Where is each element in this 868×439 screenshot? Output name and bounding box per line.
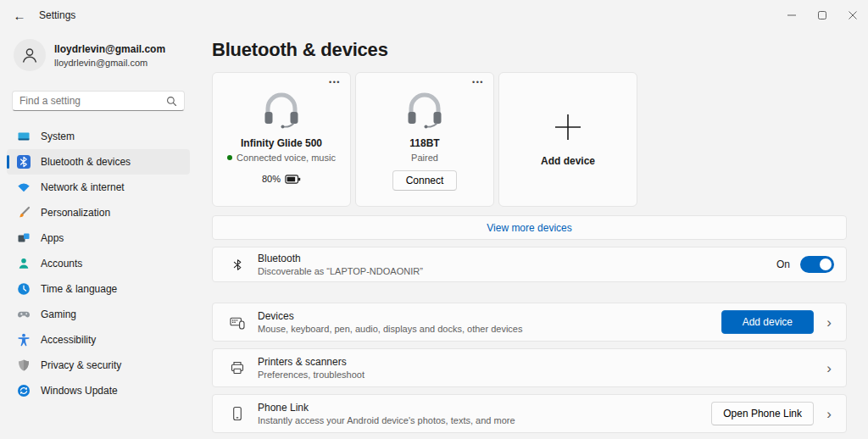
sidebar-item-personalization[interactable]: Personalization xyxy=(7,200,190,225)
sidebar-item-label: Time & language xyxy=(41,283,117,295)
sidebar-item-label: Network & internet xyxy=(41,181,125,193)
add-device-button[interactable]: Add device xyxy=(721,310,814,334)
sidebar-item-label: Bluetooth & devices xyxy=(41,156,131,168)
bluetooth-toggle[interactable] xyxy=(800,256,834,273)
bluetooth-row-right: On xyxy=(776,256,834,273)
avatar xyxy=(14,39,46,71)
devices-row-text: Devices Mouse, keyboard, pen, audio, dis… xyxy=(258,310,522,334)
device-card-118bt: ••• 118BT Paired Connect xyxy=(355,72,494,207)
printers-scanners-row[interactable]: Printers & scanners Preferences, trouble… xyxy=(212,348,847,387)
device-card-infinity-glide: ••• Infinity Glide 500 Connected voice, … xyxy=(212,72,351,207)
bluetooth-toggle-row: Bluetooth Discoverable as “LAPTOP-NDOAON… xyxy=(212,247,847,282)
sidebar-item-bluetooth-devices[interactable]: Bluetooth & devices xyxy=(7,149,190,175)
sidebar-item-privacy-security[interactable]: Privacy & security xyxy=(7,353,190,378)
add-device-label: Add device xyxy=(541,155,595,167)
devices-row-subtitle: Mouse, keyboard, pen, audio, displays an… xyxy=(258,324,522,334)
phone-link-row-subtitle: Instantly access your Android device's p… xyxy=(258,415,515,425)
phone-link-row[interactable]: Phone Link Instantly access your Android… xyxy=(212,394,847,433)
toggle-state-label: On xyxy=(776,258,790,270)
accounts-icon xyxy=(17,257,31,270)
view-more-bar: View more devices xyxy=(212,215,847,240)
sidebar-item-accessibility[interactable]: Accessibility xyxy=(7,327,190,353)
devices-icon xyxy=(230,314,245,330)
bluetooth-glyph-icon xyxy=(230,258,245,271)
close-icon xyxy=(849,11,857,19)
device-name: 118BT xyxy=(409,137,439,149)
sidebar-item-gaming[interactable]: Gaming xyxy=(7,302,190,327)
add-device-card[interactable]: Add device xyxy=(498,72,637,207)
plus-icon xyxy=(553,112,583,142)
maximize-icon xyxy=(818,11,826,19)
connected-status-dot xyxy=(227,155,232,160)
device-status: Connected voice, music xyxy=(227,153,336,163)
battery-icon xyxy=(285,175,301,184)
sidebar: lloydrlevin@gmail.com lloydrlevin@gmail.… xyxy=(0,31,197,439)
sidebar-item-label: Accounts xyxy=(41,258,82,270)
chevron-right-icon: › xyxy=(824,315,834,330)
apps-icon xyxy=(17,231,31,245)
windows-update-icon xyxy=(17,384,31,397)
device-name: Infinity Glide 500 xyxy=(241,137,322,149)
chevron-right-icon: › xyxy=(824,407,834,421)
open-phone-link-button[interactable]: Open Phone Link xyxy=(711,402,814,425)
phone-link-row-title: Phone Link xyxy=(258,402,515,414)
sidebar-item-accounts[interactable]: Accounts xyxy=(7,251,190,276)
phone-link-row-right: Open Phone Link › xyxy=(711,402,834,425)
network-icon xyxy=(17,181,31,194)
sidebar-nav: System Bluetooth & devices Network & int… xyxy=(0,124,197,403)
window-title: Settings xyxy=(39,9,75,21)
privacy-security-icon xyxy=(17,358,31,372)
view-more-devices-link[interactable]: View more devices xyxy=(487,222,572,234)
headset-icon xyxy=(404,92,445,131)
more-options-icon[interactable]: ••• xyxy=(470,75,487,89)
main-content: Bluetooth & devices ••• Infinity Glide 5… xyxy=(212,31,847,433)
sidebar-item-time-language[interactable]: Time & language xyxy=(7,276,190,302)
back-button[interactable]: ← xyxy=(7,4,32,26)
time-language-icon xyxy=(17,282,31,296)
device-cards-row: ••• Infinity Glide 500 Connected voice, … xyxy=(212,72,847,207)
devices-row-right: Add device › xyxy=(721,310,834,334)
toggle-knob xyxy=(820,258,832,270)
sidebar-item-system[interactable]: System xyxy=(7,124,190,149)
phone-link-row-text: Phone Link Instantly access your Android… xyxy=(258,402,515,425)
maximize-button[interactable] xyxy=(807,0,837,31)
profile[interactable]: lloydrlevin@gmail.com lloydrlevin@gmail.… xyxy=(14,39,186,71)
minimize-button[interactable] xyxy=(776,0,807,31)
system-icon xyxy=(17,130,31,143)
profile-name: lloydrlevin@gmail.com xyxy=(54,43,165,55)
device-status-text: Connected voice, music xyxy=(236,153,336,163)
chevron-right-icon: › xyxy=(824,361,834,375)
sidebar-item-label: Apps xyxy=(41,232,64,244)
bluetooth-row-subtitle: Discoverable as “LAPTOP-NDOAONIR” xyxy=(258,266,423,276)
bluetooth-icon xyxy=(17,155,31,169)
devices-row[interactable]: Devices Mouse, keyboard, pen, audio, dis… xyxy=(212,303,847,342)
sidebar-item-network-internet[interactable]: Network & internet xyxy=(7,175,190,200)
sidebar-item-label: Personalization xyxy=(41,207,110,219)
sidebar-item-label: Gaming xyxy=(41,308,76,320)
sidebar-item-label: System xyxy=(41,131,75,142)
sidebar-item-windows-update[interactable]: Windows Update xyxy=(7,378,190,403)
sidebar-item-label: Privacy & security xyxy=(41,359,121,371)
person-icon xyxy=(19,45,40,65)
sidebar-item-label: Windows Update xyxy=(41,385,118,397)
sidebar-item-apps[interactable]: Apps xyxy=(7,225,190,251)
personalization-icon xyxy=(17,206,31,220)
connect-button[interactable]: Connect xyxy=(392,170,458,191)
back-arrow-icon: ← xyxy=(14,8,26,23)
printers-row-title: Printers & scanners xyxy=(258,356,364,368)
bluetooth-row-title: Bluetooth xyxy=(258,253,423,264)
search-box[interactable] xyxy=(12,91,185,111)
search-icon[interactable] xyxy=(166,96,177,107)
device-status-text: Paired xyxy=(411,153,438,163)
battery-row: 80% xyxy=(262,174,301,184)
phone-icon xyxy=(230,406,245,421)
headset-icon xyxy=(261,92,302,131)
more-options-icon[interactable]: ••• xyxy=(326,75,343,89)
devices-row-title: Devices xyxy=(258,310,522,322)
sidebar-item-label: Accessibility xyxy=(41,334,96,346)
window-controls xyxy=(776,0,868,31)
search-input[interactable] xyxy=(19,95,166,107)
printer-icon xyxy=(230,360,245,375)
close-button[interactable] xyxy=(837,0,868,31)
gaming-icon xyxy=(17,308,31,321)
